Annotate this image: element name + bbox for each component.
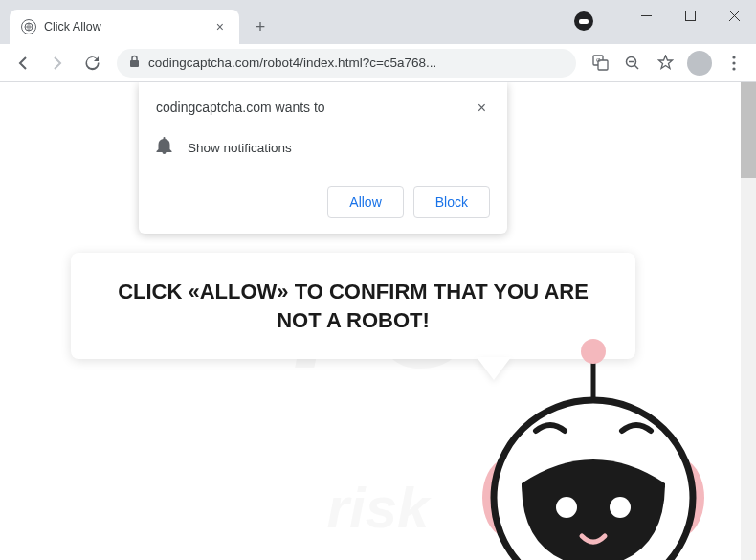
svg-rect-1 [641, 15, 652, 16]
window-controls [624, 0, 756, 31]
svg-rect-3 [130, 60, 139, 67]
svg-rect-2 [685, 11, 695, 20]
bell-icon [156, 136, 172, 159]
zoom-out-icon[interactable] [618, 49, 647, 78]
browser-titlebar: Click Allow × + [0, 0, 756, 44]
profile-avatar[interactable] [687, 51, 712, 76]
browser-tab[interactable]: Click Allow × [10, 10, 239, 44]
browser-toolbar: codingcaptcha.com/robot4/index.html?c=c5… [0, 44, 756, 82]
svg-point-8 [732, 56, 735, 58]
new-tab-button[interactable]: + [247, 13, 274, 40]
svg-point-10 [732, 67, 735, 70]
back-button[interactable] [8, 48, 38, 78]
url-text: codingcaptcha.com/robot4/index.html?c=c5… [148, 56, 565, 70]
notification-permission-dialog: codingcaptcha.com wants to × Show notifi… [139, 82, 507, 234]
robot-illustration [469, 330, 718, 560]
svg-point-9 [732, 61, 735, 64]
scrollbar-thumb[interactable] [741, 82, 756, 178]
address-bar[interactable]: codingcaptcha.com/robot4/index.html?c=c5… [117, 49, 576, 78]
allow-button[interactable]: Allow [327, 186, 403, 218]
bookmark-icon[interactable] [651, 49, 679, 78]
dialog-title: codingcaptcha.com wants to [156, 100, 325, 115]
block-button[interactable]: Block [413, 186, 490, 218]
page-content: PC risk CLICK «ALLOW» TO CONFIRM THAT YO… [0, 82, 756, 560]
svg-text:G: G [596, 57, 601, 63]
close-button[interactable] [712, 0, 756, 31]
minimize-button[interactable] [624, 0, 668, 31]
scrollbar[interactable] [741, 82, 756, 560]
maximize-button[interactable] [668, 0, 712, 31]
tab-title: Click Allow [44, 20, 205, 34]
watermark-subtext: risk [327, 475, 430, 541]
dialog-close-icon[interactable]: × [474, 100, 490, 117]
reload-button[interactable] [77, 48, 107, 78]
translate-icon[interactable]: G [586, 49, 614, 78]
svg-point-18 [556, 497, 577, 518]
tab-close-icon[interactable]: × [212, 19, 228, 34]
dialog-body-text: Show notifications [188, 141, 292, 155]
svg-point-19 [610, 497, 631, 518]
forward-button[interactable] [42, 48, 73, 78]
instruction-text: CLICK «ALLOW» TO CONFIRM THAT YOU ARE NO… [100, 278, 607, 334]
incognito-icon [574, 11, 593, 31]
globe-icon [21, 19, 36, 34]
menu-icon[interactable] [720, 49, 748, 78]
svg-point-12 [581, 339, 606, 364]
lock-icon [128, 55, 141, 71]
